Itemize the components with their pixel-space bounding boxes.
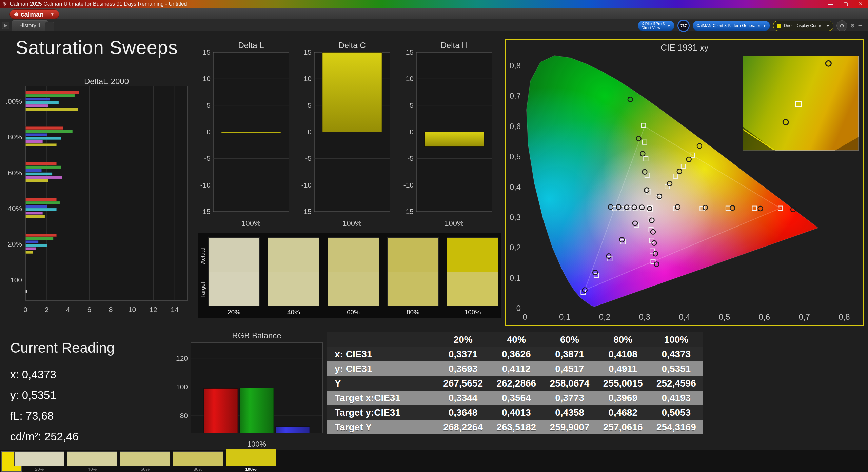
target-swatch — [447, 272, 498, 306]
svg-text:2: 2 — [45, 306, 49, 313]
row-label: Y — [327, 376, 436, 391]
svg-text:-15: -15 — [403, 208, 414, 215]
tab-stub[interactable] — [45, 22, 54, 31]
svg-text:Delta C: Delta C — [338, 42, 366, 50]
title-bar: ❋ Calman 2025 Calman Ultimate for Busine… — [0, 0, 868, 8]
calman-flower-icon: ❋ — [14, 11, 18, 18]
svg-text:0: 0 — [308, 128, 312, 136]
current-reading-values: x: 0,4373y: 0,5351fL: 73,68cd/m²: 252,46 — [10, 364, 115, 447]
svg-text:0,5: 0,5 — [719, 312, 730, 321]
svg-text:Delta L: Delta L — [238, 42, 264, 50]
menu-icon[interactable]: ☰ — [858, 23, 863, 29]
table-cell: 0,5351 — [650, 361, 703, 376]
current-reading-line: x: 0,4373 — [10, 364, 115, 385]
table-header: 80% — [596, 332, 650, 347]
svg-text:100%: 100% — [6, 97, 22, 105]
actual-swatch — [447, 237, 498, 272]
thumbnail-swatch[interactable] — [226, 449, 276, 466]
current-reading-line: fL: 73,68 — [10, 406, 115, 426]
svg-text:15: 15 — [203, 48, 211, 56]
deltae-bar — [26, 251, 33, 254]
svg-text:8: 8 — [109, 306, 113, 313]
row-label: y: CIE31 — [327, 361, 436, 376]
thumbnail-swatch[interactable] — [67, 451, 117, 466]
current-reading-panel: Current Reading x: 0,4373y: 0,5351fL: 73… — [10, 340, 115, 447]
svg-text:0: 0 — [410, 128, 414, 136]
deltae-bar — [26, 240, 39, 243]
actual-swatch — [208, 237, 260, 272]
minimize-button[interactable]: — — [828, 1, 833, 7]
deltae-bar — [26, 162, 57, 165]
swatch-column: 40% — [268, 237, 319, 316]
svg-text:-10: -10 — [301, 181, 312, 189]
table-cell: 0,4911 — [596, 361, 650, 376]
pattern-thumbnail[interactable]: 80% — [173, 451, 223, 472]
svg-text:10: 10 — [406, 75, 414, 82]
table-cell: 0,3564 — [490, 391, 543, 405]
rgb-bar-red — [204, 389, 238, 433]
bottom-bar: 20%40%60%80%100% ⚙ ◄ Back Next ► — [0, 450, 868, 472]
svg-text:120: 120 — [176, 354, 188, 362]
svg-text:0,8: 0,8 — [839, 312, 850, 321]
svg-text:10: 10 — [203, 75, 211, 82]
deltae-bar — [26, 244, 47, 247]
pattern-thumbnail[interactable]: 20% — [14, 451, 64, 472]
swatch-comparison-panel: Actual Target 20%40%60%80%100% — [198, 233, 501, 318]
meter-dropdown[interactable]: X-Rite i1Pro 3 Direct View ▼ — [638, 21, 674, 31]
delta-c-chart: Delta C151050-5-10-15100% — [298, 42, 393, 232]
svg-text:-5: -5 — [407, 154, 414, 162]
gear-icon: ⚙ — [840, 23, 844, 29]
deltae-bar — [26, 179, 48, 182]
current-reading-line: y: 0,5351 — [10, 385, 115, 406]
thumbnail-swatch[interactable] — [173, 451, 223, 466]
swatch-label: 20% — [228, 309, 240, 316]
deltae-bar — [26, 98, 50, 101]
meter-name: X-Rite i1Pro 3 — [642, 22, 665, 26]
settings-gear-button[interactable]: ⚙ — [836, 20, 847, 31]
table-cell: 0,3693 — [436, 361, 490, 376]
svg-text:100: 100 — [176, 383, 188, 391]
display-control-dropdown[interactable]: Direct Display Control ▼ — [773, 21, 833, 31]
svg-text:DeltaE 2000: DeltaE 2000 — [84, 79, 129, 86]
svg-text:60%: 60% — [8, 169, 22, 177]
maximize-button[interactable]: ▢ — [843, 1, 848, 7]
tab-history-1[interactable]: History 1 — [12, 20, 48, 31]
table-cell: 0,4517 — [543, 361, 596, 376]
thumbnail-swatch[interactable] — [120, 451, 170, 466]
meter-mode: Direct View — [642, 26, 665, 30]
svg-text:15: 15 — [406, 48, 414, 56]
table-cell: 267,5652 — [436, 376, 490, 391]
table-cell: 0,3344 — [436, 391, 490, 405]
table-cell: 0,3648 — [436, 405, 490, 420]
pattern-thumbnail[interactable]: 100% — [226, 449, 276, 472]
deltae-bar — [26, 143, 57, 146]
cie-1931-panel: 00,10,20,30,40,50,60,70,800,10,20,30,40,… — [505, 39, 864, 326]
tab-scroll-button[interactable]: ▶ — [2, 22, 9, 29]
svg-text:5: 5 — [410, 101, 414, 109]
gear-icon[interactable]: ⚙ — [850, 23, 855, 29]
calman-menu-button[interactable]: ❋ calman ▼ — [9, 9, 59, 19]
deltae-bar — [26, 133, 47, 136]
delta_l-bar — [221, 132, 281, 133]
rgb-bar-green — [240, 388, 274, 433]
pattern-thumbnail[interactable]: 40% — [67, 451, 117, 472]
svg-text:15: 15 — [304, 48, 312, 56]
table-header: 60% — [543, 332, 596, 347]
table-cell: 268,2264 — [436, 420, 490, 434]
pattern-thumbnail[interactable]: 60% — [120, 451, 170, 472]
svg-text:0,2: 0,2 — [510, 243, 521, 252]
swatch-column: 60% — [328, 237, 379, 316]
svg-text:10: 10 — [304, 75, 312, 82]
table-cell: 0,3871 — [543, 347, 596, 361]
pattern-generator-dropdown[interactable]: CalMAN Client 3 Pattern Generator ▼ — [693, 21, 770, 31]
deltae-bar — [26, 137, 61, 140]
deltae-bar — [26, 104, 48, 107]
thumbnail-label: 20% — [35, 467, 44, 472]
thumbnail-swatch[interactable] — [14, 451, 64, 466]
svg-text:-10: -10 — [200, 181, 211, 189]
deltae-bar — [26, 176, 62, 179]
svg-text:5: 5 — [206, 101, 211, 109]
deltae-bar — [26, 173, 53, 175]
table-header: 20% — [436, 332, 490, 347]
close-button[interactable]: ✕ — [858, 1, 863, 7]
